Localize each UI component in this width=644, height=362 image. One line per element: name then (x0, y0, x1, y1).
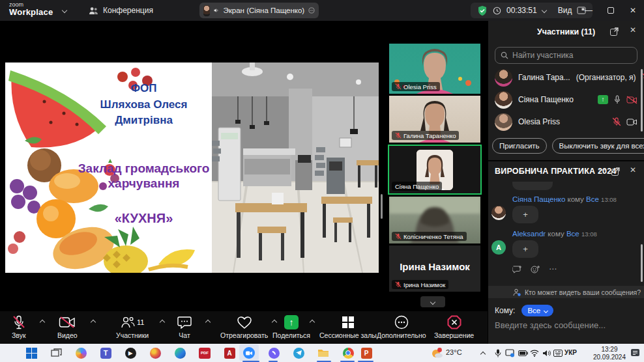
video-options-chevron[interactable] (91, 320, 96, 325)
weather-temp[interactable]: 23°C (446, 348, 462, 356)
close-button[interactable]: ✕ (622, 0, 644, 21)
tray-wifi[interactable] (528, 346, 541, 359)
clock-widget[interactable]: 13:29 20.09.2024 (593, 346, 626, 361)
minimize-icon: — (585, 6, 593, 15)
more-button[interactable]: Дополнительно (377, 314, 426, 339)
audio-options-chevron[interactable] (40, 320, 45, 325)
tray-expand-chevron[interactable] (480, 352, 486, 357)
media-player-app-icon[interactable]: ▶ (124, 346, 137, 359)
participants-options-chevron[interactable] (160, 320, 165, 325)
collapse-videos-button[interactable] (420, 296, 445, 307)
view-button-label[interactable]: Вид (558, 6, 572, 15)
participants-scrollbar[interactable] (641, 69, 643, 132)
message-bubble[interactable]: + (512, 240, 538, 258)
emoji-plus-icon[interactable] (531, 265, 540, 273)
slide-title: ФОП Шляхова Олеся Дмитрівна (70, 81, 217, 129)
chat-message-list[interactable]: Сіяна Пащенко кому Все 13:08 + A Aleksan… (488, 180, 644, 286)
filmstrip-resize-handle[interactable] (381, 194, 383, 219)
video-name-text: Колісниченко Тетяна (403, 233, 463, 240)
react-button[interactable]: Отреагировать (220, 314, 268, 339)
invite-button[interactable]: Пригласить (492, 138, 547, 154)
mute-all-button[interactable]: Выключить звук для всех (552, 138, 644, 154)
chat-close-icon[interactable]: ✕ (630, 165, 636, 174)
viber-app-icon[interactable] (267, 346, 280, 359)
participant-search-input[interactable] (512, 51, 632, 60)
acrobat-app-icon[interactable]: A (223, 346, 236, 359)
participant-row[interactable]: Сіяна Пащенко ↑ (488, 89, 644, 111)
zoom-workplace-logo: zoom Workplace (9, 2, 53, 16)
end-meeting-button[interactable]: Завершение (434, 314, 474, 339)
participant-search[interactable] (495, 47, 637, 64)
chat-more-icon[interactable]: ⋯ (598, 165, 606, 174)
privacy-note[interactable]: Кто может видеть ваши сообщения? (488, 286, 644, 298)
chat-message[interactable]: Сіяна Пащенко кому Все 13:08 + (488, 195, 644, 223)
message-bubble[interactable]: + (512, 206, 538, 223)
minimize-button[interactable]: — (578, 0, 600, 21)
pdf-editor-app-icon[interactable]: PDF (198, 346, 211, 359)
chat-popout-icon[interactable] (611, 167, 621, 176)
breakout-grid-icon (342, 316, 355, 329)
slide-title-line2: Шляхова Олеся (70, 97, 217, 113)
copilot-app-icon[interactable] (74, 346, 87, 359)
video-name-text: Olesia Priss (403, 83, 437, 90)
message-time: 13:08 (601, 196, 617, 203)
video-name-label: Сіяна Пащенко (392, 182, 442, 191)
video-tile-iryna[interactable]: Ірина Назимок Ірина Назимок (389, 245, 480, 292)
video-tile-kolisnychenko[interactable]: Колісниченко Тетяна (389, 197, 480, 244)
screen-share-banner[interactable]: Экран (Сіяна Пащенко) (199, 3, 319, 18)
flower-decor (465, 80, 471, 86)
workspace-chevron-down-icon[interactable] (62, 8, 67, 13)
weather-widget[interactable] (430, 346, 443, 359)
participants-close-icon[interactable]: ✕ (630, 25, 636, 35)
telegram-app-icon[interactable] (292, 346, 305, 359)
tray-keyboard[interactable] (551, 346, 564, 359)
firefox-app-icon[interactable] (149, 346, 162, 359)
participant-row[interactable]: Olesia Priss (488, 111, 644, 133)
breakout-rooms-button[interactable]: Сессионные залы (319, 314, 377, 339)
presentation-slide: ФОП Шляхова Олеся Дмитрівна Заклад грома… (5, 63, 379, 273)
share-options-chevron[interactable] (310, 320, 315, 325)
tray-volume[interactable] (540, 346, 553, 359)
zoom-app-icon[interactable] (242, 346, 256, 359)
tray-mic[interactable] (491, 346, 505, 359)
participants-button[interactable]: 11 Участники (116, 314, 149, 339)
chat-button[interactable]: Чат (177, 314, 192, 339)
file-explorer-app-icon[interactable] (317, 346, 330, 359)
video-tile-siiana-active[interactable]: Сіяна Пащенко (388, 145, 482, 195)
meeting-toolbar: Звук Видео 11 Участники Чат Отреагироват… (0, 311, 488, 344)
audio-button[interactable]: Звук (12, 314, 26, 339)
chat-options-chevron[interactable] (205, 320, 211, 325)
powerpoint-app-icon[interactable]: P (360, 346, 373, 359)
tray-battery[interactable] (516, 346, 529, 359)
chat-message-input[interactable] (495, 320, 638, 330)
camera-off-name: Ірина Назимок (400, 261, 470, 272)
chrome-app-icon[interactable] (342, 346, 355, 359)
side-panel: Участники (11) ✕ Галина Тара... (Организ… (488, 21, 644, 344)
maximize-button[interactable] (600, 0, 622, 21)
timer-chevron-down-icon[interactable] (541, 8, 546, 13)
tab-conference[interactable]: Конференция (83, 0, 158, 21)
chat-scrollbar[interactable] (641, 244, 643, 282)
message-more-icon[interactable]: ⋯ (549, 264, 557, 273)
language-indicator[interactable]: УКР (564, 349, 577, 356)
share-options-ellipsis-icon[interactable] (308, 5, 315, 16)
edge-app-icon[interactable] (173, 346, 186, 359)
reply-plus-icon[interactable] (512, 265, 522, 273)
recipient-selected: Все (527, 307, 540, 314)
start-button[interactable] (25, 346, 38, 359)
tray-snip[interactable] (503, 346, 516, 359)
notification-center-button[interactable] (628, 346, 641, 359)
participant-row[interactable]: Галина Тара... (Организатор, я) (488, 66, 644, 89)
slide-subtitle2: «КУХНЯ» (67, 211, 220, 226)
video-tile-galina[interactable]: Галина Тараненко (389, 96, 480, 143)
recipient-select[interactable]: Все (521, 305, 553, 316)
message-to-word: кому (568, 195, 584, 203)
security-shield-icon[interactable] (477, 5, 488, 16)
task-view-button[interactable] (50, 346, 63, 359)
video-button[interactable]: Видео (57, 314, 78, 339)
video-tile-olesia[interactable]: Olesia Priss (389, 44, 480, 94)
chat-message[interactable]: A Aleksandr кому Все 13:08 + (488, 230, 644, 258)
teams-app-icon[interactable]: T (99, 346, 112, 359)
share-screen-button[interactable]: ↑ Поделиться (272, 314, 310, 339)
popout-icon[interactable] (609, 27, 619, 36)
